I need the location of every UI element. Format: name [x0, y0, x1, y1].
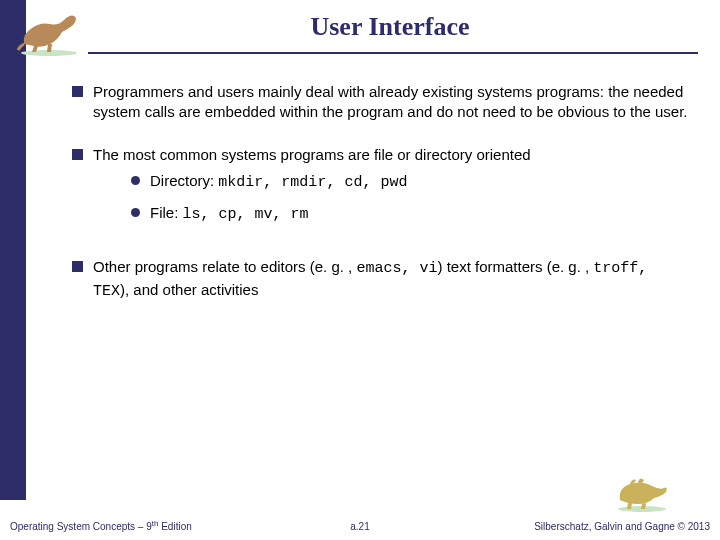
slide-title-area: User Interface [100, 12, 680, 42]
sub-bullet-item: File: ls, cp, mv, rm [131, 203, 692, 225]
bullet-item: Other programs relate to editors (e. g. … [72, 257, 692, 302]
bullet-item: Programmers and users mainly deal with a… [72, 82, 692, 123]
bullet-text: Other programs relate to editors (e. g. … [93, 257, 692, 302]
bullet-text: Programmers and users mainly deal with a… [93, 82, 692, 123]
sub-bullet-label: File: [150, 204, 178, 221]
square-bullet-icon [72, 86, 83, 97]
dinosaur-icon [14, 6, 84, 56]
slide-title: User Interface [100, 12, 680, 42]
bullet-text: The most common systems programs are fil… [93, 145, 692, 165]
title-underline [88, 52, 698, 54]
sub-bullet-commands: ls, cp, mv, rm [183, 206, 309, 223]
bullet-item: The most common systems programs are fil… [72, 145, 692, 236]
left-accent-strip [0, 0, 26, 500]
sub-bullet-commands: mkdir, rmdir, cd, pwd [218, 174, 407, 191]
square-bullet-icon [72, 261, 83, 272]
sub-bullet-label: Directory: [150, 172, 214, 189]
slide-body: Programmers and users mainly deal with a… [72, 82, 692, 324]
square-bullet-icon [72, 149, 83, 160]
circle-bullet-icon [131, 208, 140, 217]
circle-bullet-icon [131, 176, 140, 185]
slide-footer: Operating System Concepts – 9th Edition … [0, 502, 720, 540]
sub-bullet-item: Directory: mkdir, rmdir, cd, pwd [131, 171, 692, 193]
footer-copyright: Silberschatz, Galvin and Gagne © 2013 [534, 521, 710, 532]
